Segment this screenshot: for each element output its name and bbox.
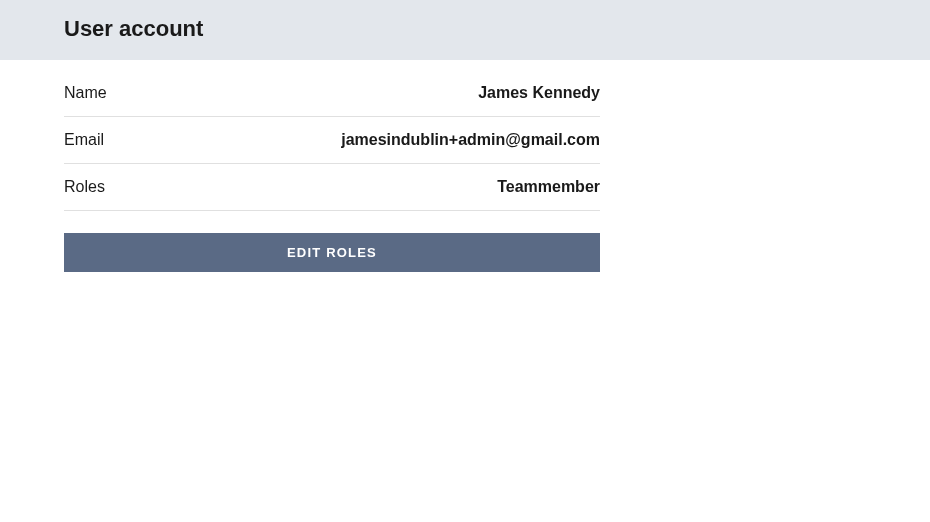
field-label-name: Name	[64, 84, 107, 102]
page-header: User account	[0, 0, 930, 60]
edit-roles-button[interactable]: EDIT ROLES	[64, 233, 600, 272]
field-row-email: Email jamesindublin+admin@gmail.com	[64, 117, 600, 164]
field-value-roles: Teammember	[497, 178, 600, 196]
field-label-roles: Roles	[64, 178, 105, 196]
field-label-email: Email	[64, 131, 104, 149]
page-title: User account	[64, 16, 600, 42]
field-value-name: James Kennedy	[478, 84, 600, 102]
field-row-name: Name James Kennedy	[64, 78, 600, 117]
field-value-email: jamesindublin+admin@gmail.com	[341, 131, 600, 149]
field-row-roles: Roles Teammember	[64, 164, 600, 211]
